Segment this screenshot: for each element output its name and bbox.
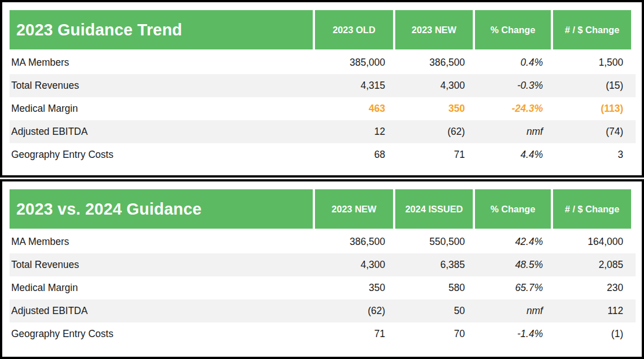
row-label: Medical Margin (10, 282, 313, 294)
value-cell: 4,315 (315, 80, 393, 92)
table-row: MA Members386,500550,50042.4%164,000 (10, 230, 636, 253)
value-cell: (113) (553, 103, 631, 115)
row-label: Geography Entry Costs (10, 149, 313, 161)
table-row: Total Revenues4,3006,38548.5%2,085 (10, 253, 636, 276)
value-cell: 4.4% (475, 149, 551, 161)
value-cell: 2,085 (553, 259, 631, 271)
value-cell: 386,500 (315, 236, 393, 248)
value-cell: 385,000 (315, 57, 393, 69)
table-row: Medical Margin463350-24.3%(113) (10, 97, 636, 120)
value-cell: 3 (553, 149, 631, 161)
value-cell: 550,500 (395, 236, 473, 248)
column-header: # / $ Change (553, 10, 631, 49)
value-cell: (62) (315, 305, 393, 317)
value-cell: 71 (395, 149, 473, 161)
value-cell: 386,500 (395, 57, 473, 69)
table-header-row: 2023 vs. 2024 Guidance2023 NEW2024 ISSUE… (10, 189, 636, 229)
column-header: 2024 ISSUED (395, 189, 473, 229)
value-cell: 50 (395, 305, 473, 317)
value-cell: 230 (553, 282, 631, 294)
row-label: Medical Margin (10, 103, 313, 115)
table-title: 2023 Guidance Trend (10, 10, 313, 49)
value-cell: 65.7% (475, 282, 551, 294)
table-row: MA Members385,000386,5000.4%1,500 (10, 51, 636, 74)
table-row: Total Revenues4,3154,300-0.3%(15) (10, 74, 636, 97)
value-cell: nmf (475, 126, 551, 138)
value-cell: 6,385 (395, 259, 473, 271)
value-cell: (62) (395, 126, 473, 138)
value-cell: 350 (315, 282, 393, 294)
value-cell: 1,500 (553, 57, 631, 69)
guidance-table-panel-1: 2023 Guidance Trend2023 OLD2023 NEW% Cha… (0, 0, 644, 178)
value-cell: 112 (553, 305, 631, 317)
column-header: % Change (475, 10, 551, 49)
value-cell: -1.4% (475, 328, 551, 340)
table-row: Adjusted EBITDA(62)50nmf112 (10, 299, 636, 322)
value-cell: 42.4% (475, 236, 551, 248)
table-title: 2023 vs. 2024 Guidance (10, 189, 313, 229)
table-row: Geography Entry Costs68714.4%3 (10, 143, 636, 166)
value-cell: nmf (475, 305, 551, 317)
guidance-table-panel-2: 2023 vs. 2024 Guidance2023 NEW2024 ISSUE… (0, 179, 644, 359)
value-cell: 164,000 (553, 236, 631, 248)
column-header: 2023 NEW (315, 189, 393, 229)
value-cell: 12 (315, 126, 393, 138)
value-cell: 350 (395, 103, 473, 115)
row-label: Adjusted EBITDA (10, 305, 313, 317)
table-row: Adjusted EBITDA12(62)nmf(74) (10, 120, 636, 143)
value-cell: (15) (553, 80, 631, 92)
value-cell: 48.5% (475, 259, 551, 271)
row-label: MA Members (10, 57, 313, 69)
value-cell: (74) (553, 126, 631, 138)
value-cell: 71 (315, 328, 393, 340)
guidance-tables-frame: 2023 Guidance Trend2023 OLD2023 NEW% Cha… (0, 0, 644, 359)
row-label: MA Members (10, 236, 313, 248)
value-cell: -24.3% (475, 103, 551, 115)
table-row: Medical Margin35058065.7%230 (10, 276, 636, 299)
column-header: 2023 NEW (395, 10, 473, 49)
value-cell: 4,300 (315, 259, 393, 271)
column-header: % Change (475, 189, 551, 229)
column-header: # / $ Change (553, 189, 631, 229)
value-cell: 580 (395, 282, 473, 294)
value-cell: (1) (553, 328, 631, 340)
row-label: Total Revenues (10, 80, 313, 92)
row-label: Geography Entry Costs (10, 328, 313, 340)
table-row: Geography Entry Costs7170-1.4%(1) (10, 322, 636, 346)
table-header-row: 2023 Guidance Trend2023 OLD2023 NEW% Cha… (10, 10, 636, 49)
row-label: Adjusted EBITDA (10, 126, 313, 138)
value-cell: 463 (315, 103, 393, 115)
value-cell: -0.3% (475, 80, 551, 92)
row-label: Total Revenues (10, 259, 313, 271)
value-cell: 4,300 (395, 80, 473, 92)
column-header: 2023 OLD (315, 10, 393, 49)
value-cell: 0.4% (475, 57, 551, 69)
value-cell: 68 (315, 149, 393, 161)
value-cell: 70 (395, 328, 473, 340)
